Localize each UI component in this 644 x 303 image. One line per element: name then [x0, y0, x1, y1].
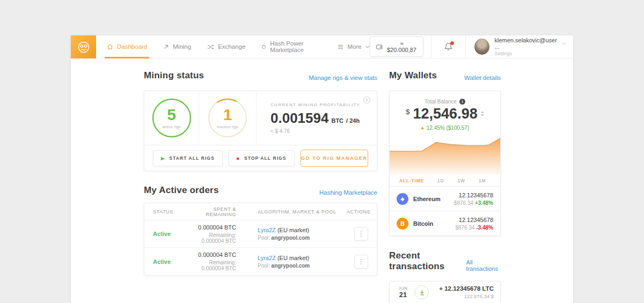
active-orders-title: My Active orders [144, 185, 219, 196]
balance-currency: $ [406, 108, 409, 116]
profitability-stat: CURRENT MINING PROFITABILITY 0.001594 BT… [257, 91, 377, 145]
bitcoin-icon: B [397, 218, 408, 230]
cart-icon [261, 43, 266, 50]
order-spent: 0.000004 BTC [185, 224, 236, 231]
up-triangle-icon [421, 127, 424, 129]
transaction-fiat: 122.876,34 $ [439, 293, 494, 299]
order-market: (EU market) [277, 227, 309, 233]
stop-all-rigs-label: STOP ALL RIGS [244, 156, 287, 161]
info-icon[interactable]: i [459, 99, 465, 105]
arrow-up-right-icon [163, 44, 169, 50]
wallet-balance-button[interactable]: ≈ $20.000,87 [370, 36, 423, 57]
profitability-label: CURRENT MINING PROFITABILITY [270, 102, 360, 107]
start-all-rigs-label: START ALL RIGS [169, 156, 215, 161]
avatar [474, 39, 489, 55]
order-pool: angrypool.com [272, 263, 310, 269]
user-menu[interactable]: klemen.selakovic@user ... Settings [466, 37, 573, 56]
order-spent: 0.000004 BTC [185, 252, 236, 258]
nav-item-more[interactable]: More [338, 35, 369, 58]
transaction-amount: + 12.12345678 LTC [439, 285, 494, 292]
mining-stats: 5 active rigs 1 inactive rigs [144, 91, 377, 145]
app-logo[interactable] [71, 35, 96, 58]
wallet-balance-label: ≈ $20.000,87 [386, 40, 417, 53]
stop-all-rigs-button[interactable]: ■ STOP ALL RIGS [229, 150, 295, 166]
left-column: Mining status Manage rigs & view stats i… [144, 58, 377, 276]
order-remaining: Remaining: 0.000004 BTC [185, 260, 236, 271]
asset-change: +3.48% [475, 200, 493, 206]
go-to-rig-manager-button[interactable]: GO TO RIG MANAGER [301, 150, 368, 167]
order-status: Active [153, 231, 185, 237]
manage-rigs-link[interactable]: Manage rigs & view stats [309, 75, 377, 81]
nav-item-mining[interactable]: Mining [163, 35, 191, 58]
active-rigs-stat: 5 active rigs [144, 91, 199, 145]
chevron-down-icon [365, 46, 370, 48]
active-orders-header: My Active orders Hashing Marketplace [144, 185, 377, 196]
asset-row-bitcoin[interactable]: B Bitcoin 12.12345678 $876.34 -3.48% [390, 211, 500, 236]
balance-chart [390, 137, 500, 175]
profitability-value: 0.001594 [270, 110, 328, 127]
active-orders-table: STATUS SPENT & REMAINING ALGORITHM, MARK… [144, 203, 377, 276]
transaction-month: JUN [396, 286, 410, 291]
kebab-icon: ⋮ [358, 258, 364, 265]
mining-actions: ▶ START ALL RIGS ■ STOP ALL RIGS GO TO R… [144, 145, 377, 171]
inactive-rigs-label: inactive rigs [217, 124, 238, 129]
range-tab-1w[interactable]: 1W [458, 178, 465, 183]
ethereum-icon: ◆ [397, 193, 408, 205]
user-info: klemen.selakovic@user ... Settings [495, 37, 566, 56]
column-header-spent: SPENT & REMAINING [185, 206, 236, 217]
download-icon [419, 289, 426, 296]
asset-amount: 12.12345678 [454, 192, 493, 198]
total-balance-label: Total Balance [425, 99, 457, 105]
total-balance-value: 12,546.98 [413, 107, 478, 121]
profitability-unit: BTC [331, 117, 343, 124]
hashing-marketplace-link[interactable]: Hashing Marketplace [319, 189, 377, 196]
order-remaining: Remaining: 0.000004 BTC [185, 232, 236, 244]
range-tab-all-time[interactable]: ALL-TIME [399, 178, 424, 183]
range-tab-1d[interactable]: 1D [437, 178, 444, 183]
order-row: Active 0.000004 BTC Remaining: 0.000004 … [144, 220, 377, 248]
asset-name: Bitcoin [413, 220, 433, 227]
smiley-logo-icon [76, 40, 91, 55]
nav-item-hash-power-marketplace[interactable]: Hash Power Marketplace [261, 35, 321, 58]
asset-amount: 12.12345678 [455, 217, 493, 223]
transaction-day: 21 [396, 291, 410, 299]
order-algorithm-link[interactable]: Lyra2Z [258, 227, 276, 233]
order-row: Active 0.000004 BTC Remaining: 0.000004 … [144, 248, 377, 275]
order-actions-button[interactable]: ⋮ [354, 255, 368, 269]
order-actions-button[interactable]: ⋮ [354, 227, 368, 241]
play-icon: ▶ [161, 156, 165, 161]
start-all-rigs-button[interactable]: ▶ START ALL RIGS [153, 150, 223, 166]
shuffle-icon [207, 44, 214, 50]
mining-status-card: i 5 active rigs [144, 91, 377, 171]
all-transactions-link[interactable]: All transactions [466, 259, 501, 272]
right-column: My Wallets Wallet details Total Balance … [389, 58, 501, 303]
info-icon[interactable]: i [363, 97, 370, 104]
asset-row-ethereum[interactable]: ◆ Ethereum 12.12345678 $876.34 +3.48% [390, 187, 500, 211]
nav-item-dashboard[interactable]: Dashboard [107, 35, 147, 58]
topbar-right: ≈ $20.000,87 klemen.selakovic@user ... [370, 35, 573, 58]
currency-toggle-icon[interactable] [481, 111, 484, 116]
asset-fiat: $876.34 [455, 225, 474, 231]
wallets-header: My Wallets Wallet details [389, 70, 501, 81]
wallet-icon [376, 43, 383, 50]
nav-label: Mining [173, 43, 191, 50]
inactive-rigs-count: 1 [223, 107, 232, 123]
asset-change: -3.48% [476, 225, 493, 231]
notifications-button[interactable] [431, 42, 465, 51]
column-header-actions: ACTIONS [347, 209, 368, 215]
user-email: klemen.selakovic@user ... [495, 37, 559, 50]
inactive-rigs-stat: 1 inactive rigs [199, 91, 257, 145]
order-pool-label: Pool: [258, 235, 270, 241]
transaction-row[interactable]: JUN 21 + 12.12345678 LTC 122.876,34 $ [389, 281, 501, 303]
range-tab-1m[interactable]: 1M [479, 178, 486, 183]
active-rigs-label: active rigs [163, 124, 181, 129]
transactions-header: Recent transactions All transactions [389, 250, 501, 272]
nav-label: Exchange [218, 43, 245, 50]
stop-icon: ■ [237, 156, 240, 161]
nav-item-exchange[interactable]: Exchange [207, 35, 245, 58]
order-algorithm-link[interactable]: Lyra2Z [258, 255, 276, 261]
nav-label: Dashboard [117, 43, 147, 50]
wallet-details-link[interactable]: Wallet details [464, 75, 501, 81]
chevron-down-icon [562, 42, 566, 45]
transactions-title: Recent transactions [389, 250, 466, 272]
